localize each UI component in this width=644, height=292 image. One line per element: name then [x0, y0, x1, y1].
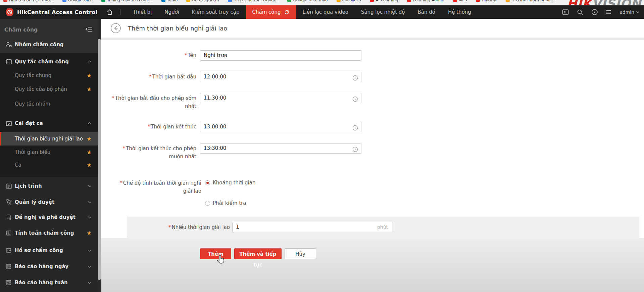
home-button[interactable] — [107, 9, 113, 15]
favorite-star-icon[interactable]: ★ — [87, 86, 92, 92]
bookmark-item[interactable]: AI Learning — [370, 0, 398, 2]
sidebar-item-bao-cao-hang-ngay[interactable]: D Báo cáo hàng ngày — [0, 260, 98, 273]
clock-icon[interactable] — [352, 124, 358, 132]
sidebar-item-label: Thời gian biểu — [15, 149, 50, 155]
bookmark-item[interactable]: Google Dịch — [62, 0, 93, 2]
bookmark-item[interactable]: ahaslides — [337, 0, 361, 2]
refresh-icon — [284, 9, 290, 15]
favorite-star-icon[interactable]: ★ — [87, 162, 92, 168]
earliest-start-input[interactable]: 11:30:00 — [200, 93, 361, 103]
scrollbar-thumb[interactable] — [98, 39, 101, 280]
sidebar-item-ca[interactable]: Ca ★ — [0, 158, 98, 172]
sidebar-item-quy-tac-cua-bo-phan[interactable]: Quy tắc của bộ phận ★ — [0, 82, 98, 96]
sidebar-collapse-button[interactable] — [86, 26, 93, 34]
nav-item-cham-cong[interactable]: Chấm công — [246, 5, 296, 19]
bookmark-favicon-icon — [228, 0, 232, 2]
sidebar-item-quy-tac-chung[interactable]: Quy tắc chung ★ — [0, 69, 98, 82]
clock-icon[interactable] — [352, 74, 358, 82]
favorite-star-icon[interactable]: ★ — [87, 150, 92, 155]
unit-suffix: phút — [377, 222, 388, 232]
attendance-calculation-icon — [5, 230, 12, 236]
bookmark-item[interactable]: Learning Admin — [407, 0, 444, 2]
favorite-star-icon[interactable]: ★ — [87, 136, 92, 142]
sidebar-item-quy-tac-cham-cong[interactable]: Quy tắc chấm công — [0, 55, 98, 68]
nav-item-lien-lac-qua-video[interactable]: Liên lạc qua video — [296, 5, 354, 19]
bookmark-favicon-icon — [101, 0, 105, 2]
nav-item-nguoi[interactable]: Người — [158, 5, 186, 19]
clock-icon[interactable] — [352, 146, 358, 154]
sidebar-item-quan-ly-duyet[interactable]: Quản lý duyệt — [0, 195, 98, 209]
sidebar-item-bao-cao-hang-tuan[interactable]: W Báo cáo hàng tuần — [0, 276, 98, 289]
user-menu[interactable]: admin — [620, 9, 639, 15]
bookmark-favicon-icon — [506, 0, 510, 2]
sidebar-item-cai-dat-ca[interactable]: Cài đặt ca — [0, 117, 98, 130]
clock-icon[interactable] — [352, 96, 358, 103]
favorite-star-icon[interactable]: ★ — [87, 73, 92, 78]
app-root: Hộp thư đến (1.336)... Google Dịch Trell… — [0, 0, 644, 292]
end-time-input[interactable]: 13:00:00 — [200, 122, 361, 132]
sidebar-item-thoi-gian-bieu-nghi-giai-lao[interactable]: Thời gian biểu nghỉ giải lao ★ — [0, 132, 98, 145]
radio-option-khoang-thoi-gian[interactable]: Khoảng thời gian — [205, 180, 255, 186]
bookmark-item[interactable]: Drive của tôi - Googl... — [228, 0, 279, 2]
bookmark-item[interactable]: MP3 — [453, 0, 467, 2]
nav-divider — [120, 9, 120, 15]
nav-item-he-thong[interactable]: Hệ thống — [442, 5, 478, 19]
nav-item-thiet-bi[interactable]: Thiết bị — [127, 5, 158, 19]
compass-icon — [591, 9, 598, 15]
add-and-continue-button[interactable]: Thêm và tiếp tục — [234, 248, 282, 259]
sidebar-item-de-nghi-va-phe-duyet[interactable]: Đề nghị và phê duyệt — [0, 211, 98, 224]
attendance-record-icon — [5, 247, 12, 253]
start-time-input[interactable]: 12:00:00 — [200, 72, 361, 82]
duration-input[interactable]: 1phút — [232, 222, 392, 232]
brand[interactable]: HikCentral Access Control — [5, 8, 97, 16]
field-label: *Thời gian kết thúc — [101, 122, 196, 132]
bookmark-label: Learning Admin — [413, 0, 444, 2]
wizard-button[interactable] — [562, 9, 569, 15]
menu-button[interactable] — [606, 10, 611, 14]
sidebar-item-ho-so-cham-cong[interactable]: Hồ sơ chấm công — [0, 244, 98, 257]
chevron-down-icon — [88, 201, 92, 203]
sidebar-item-nhom-cham-cong[interactable]: Nhóm chấm công — [0, 38, 98, 51]
brand-title: HikCentral Access Control — [17, 9, 97, 15]
bookmark-favicon-icon — [476, 0, 480, 2]
bookmark-item[interactable]: Google Biểu mẫu — [287, 0, 328, 2]
radio-option-phai-kiem-tra[interactable]: Phải kiểm tra — [205, 200, 246, 206]
help-button[interactable] — [591, 9, 598, 15]
bookmark-label: ahaslides — [342, 0, 361, 2]
radio-selected-icon[interactable] — [205, 180, 210, 185]
bookmark-item[interactable]: Trello — [161, 0, 178, 2]
back-arrow-icon — [110, 23, 121, 34]
chevron-down-icon — [88, 216, 92, 219]
latest-end-input[interactable]: 13:30:00 — [200, 143, 361, 154]
sidebar-item-lich-trinh[interactable]: Lịch trình — [0, 179, 98, 193]
required-asterisk: * — [149, 74, 152, 80]
bookmark-item[interactable]: HikLink Information... — [506, 0, 555, 2]
browser-bookmarks-bar: Hộp thư đến (1.336)... Google Dịch Trell… — [0, 0, 644, 5]
back-button[interactable] — [110, 23, 121, 34]
sidebar-item-tinh-toan-cham-cong[interactable]: Tính toán chấm công ★ — [0, 226, 98, 240]
radio-unselected-icon[interactable] — [205, 201, 210, 206]
bookmark-label: Google Biểu mẫu — [293, 0, 328, 2]
nav-menu: Thiết bị Người Kiểm soát truy cập Chấm c… — [127, 5, 478, 19]
sidebar-item-label: Quy tắc nhóm — [15, 101, 50, 107]
sidebar-item-label: Nhóm chấm công — [15, 42, 64, 48]
search-button[interactable] — [577, 9, 583, 15]
bookmark-item[interactable]: Hộp thư đến (1.336)... — [3, 0, 54, 2]
name-input[interactable]: Nghỉ trưa — [200, 50, 361, 61]
bookmark-item[interactable]: Trello problems comi... — [101, 0, 153, 2]
favorite-star-icon[interactable]: ★ — [87, 230, 92, 236]
bookmark-item[interactable]: HikHow — [476, 0, 497, 2]
add-button[interactable]: Thêm — [200, 248, 231, 259]
sidebar-item-label: Quản lý duyệt — [15, 199, 54, 205]
cancel-button[interactable]: Hủy — [285, 248, 316, 259]
sidebar-item-thoi-gian-bieu[interactable]: Thời gian biểu ★ — [0, 145, 98, 159]
nav-item-sang-loc-nhiet-do[interactable]: Sàng lọc nhiệt độ — [355, 5, 411, 19]
sidebar-item-quy-tac-nhom[interactable]: Quy tắc nhóm — [0, 97, 98, 111]
field-label: *Thời gian kết thúc cho phépmuộn nhất — [101, 144, 196, 161]
bookmark-item[interactable]: BB3S System — [186, 0, 219, 2]
top-nav: HikCentral Access Control Thiết bị Người… — [0, 5, 644, 19]
nav-item-kiem-soat-truy-cap[interactable]: Kiểm soát truy cập — [186, 5, 246, 19]
sidebar-scrollbar[interactable] — [98, 19, 101, 292]
bookmark-label: MP3 — [459, 0, 467, 2]
nav-item-ban-do[interactable]: Bản đồ — [411, 5, 442, 19]
